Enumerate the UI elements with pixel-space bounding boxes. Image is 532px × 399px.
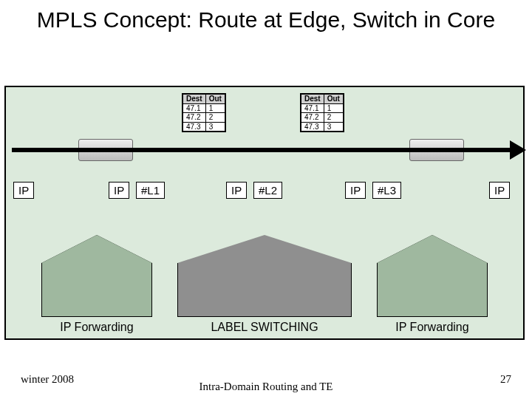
chip-l1: #L1 [136, 182, 165, 199]
building-core [177, 235, 352, 316]
routing-table-right: Dest Out 47.1 1 47.2 2 47.3 3 [300, 93, 344, 132]
packet-flow-arrow [12, 148, 520, 152]
caption-label-switching: LABEL SWITCHING [177, 321, 352, 334]
packet-flow-arrowhead-icon [510, 140, 526, 160]
building-edge-right [377, 235, 488, 316]
chip-ip-3: IP [226, 182, 247, 199]
rt-left-r2c1: 3 [205, 122, 225, 132]
caption-ip-forwarding-right: IP Forwarding [377, 321, 488, 334]
rt-left-h1: Out [205, 95, 225, 104]
rt-left-h0: Dest [183, 95, 206, 104]
rt-right-r2c0: 47.3 [301, 122, 324, 132]
footer-page-number: 27 [500, 373, 511, 386]
rt-left-r0c0: 47.1 [183, 103, 206, 113]
rt-left-r0c1: 1 [205, 103, 225, 113]
rt-right-r0c1: 1 [324, 103, 343, 113]
building-edge-left [41, 235, 152, 316]
rt-left-r1c0: 47.2 [183, 113, 206, 123]
rt-right-r0c0: 47.1 [301, 103, 324, 113]
rt-right-h0: Dest [301, 95, 324, 104]
slide-title: MPLS Concept: Route at Edge, Switch in C… [0, 7, 532, 33]
rt-right-r1c1: 2 [324, 113, 343, 123]
slide: MPLS Concept: Route at Edge, Switch in C… [0, 0, 532, 399]
caption-ip-forwarding-left: IP Forwarding [41, 321, 152, 334]
chip-l3: #L3 [372, 182, 401, 199]
chip-ip-5: IP [489, 182, 510, 199]
rt-right-r1c0: 47.2 [301, 113, 324, 123]
rt-right-r2c1: 3 [324, 122, 343, 132]
rt-left-r1c1: 2 [205, 113, 225, 123]
chip-ip-4: IP [345, 182, 366, 199]
routing-table-left: Dest Out 47.1 1 47.2 2 47.3 3 [182, 93, 226, 132]
chip-l2: #L2 [253, 182, 282, 199]
rt-left-r2c0: 47.3 [183, 122, 206, 132]
rt-right-h1: Out [324, 95, 343, 104]
diagram-frame: Dest Out 47.1 1 47.2 2 47.3 3 [4, 86, 525, 340]
footer-topic: Intra-Domain Routing and TE [0, 381, 532, 393]
chip-ip-2: IP [109, 182, 129, 199]
chip-ip-1: IP [13, 182, 34, 199]
